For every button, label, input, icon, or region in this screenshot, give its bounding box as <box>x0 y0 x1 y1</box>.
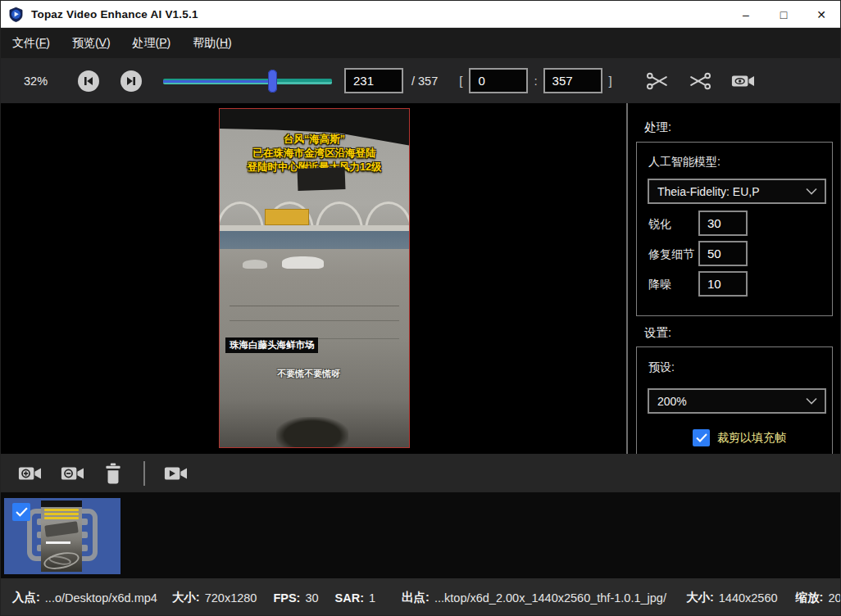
title-bar: Topaz Video Enhance AI V1.5.1 – □ ✕ <box>1 1 840 28</box>
split-scissors-icon <box>688 70 712 92</box>
scene-flooded-car-2 <box>243 260 267 269</box>
chevron-down-icon <box>806 188 817 195</box>
skip-back-button[interactable] <box>78 70 99 92</box>
ai-model-group: 人工智能模型: Theia-Fidelity: EU,P 锐化 修复细节 降噪 <box>636 142 833 316</box>
scene-water-streaks <box>230 306 400 306</box>
ai-model-dropdown[interactable]: Theia-Fidelity: EU,P <box>648 179 826 204</box>
status-sar: SAR: 1 <box>335 591 376 605</box>
crop-to-fill-row[interactable]: 裁剪以填充帧 <box>693 429 786 446</box>
ai-model-value: Theia-Fidelity: EU,P <box>657 185 806 198</box>
chevron-down-icon <box>806 397 817 405</box>
app-logo-icon <box>8 7 24 22</box>
status-fps: FPS: 30 <box>273 591 318 605</box>
process-clip-button[interactable] <box>163 463 189 484</box>
add-clip-camera-icon <box>17 463 43 484</box>
cut-scissors-icon <box>645 70 670 92</box>
video-preview[interactable]: 台风“海高斯” 已在珠海市金湾区沿海登陆 登陆时中心附近最大风力12级 珠海白藤… <box>219 108 410 448</box>
preview-button[interactable] <box>730 70 757 92</box>
settings-section-title: 设置: <box>644 325 671 341</box>
preset-value: 200% <box>657 395 806 408</box>
checkmark-icon <box>16 507 28 517</box>
add-clip-button[interactable] <box>17 463 43 484</box>
window-controls: – □ ✕ <box>727 1 840 28</box>
remove-clip-camera-icon <box>60 463 86 484</box>
trim-bracket-close: ] <box>609 74 612 88</box>
crop-to-fill-checkbox[interactable] <box>693 429 710 446</box>
zoom-level-label: 32% <box>24 75 57 88</box>
app-window: Topaz Video Enhance AI V1.5.1 – □ ✕ 文件(F… <box>0 0 841 616</box>
timeline-slider[interactable] <box>163 70 332 93</box>
status-in-point: 入点: ...o/Desktop/x6d.mp4 <box>12 590 157 605</box>
preview-camera-eye-icon <box>730 70 757 92</box>
thumbnail-strip <box>1 492 840 578</box>
menu-process[interactable]: 处理(P) <box>133 36 171 51</box>
minimize-button[interactable]: – <box>727 1 765 28</box>
total-frames-label: / 357 <box>411 75 438 88</box>
main-area: 台风“海高斯” 已在珠海市金湾区沿海登陆 登陆时中心附近最大风力12级 珠海白藤… <box>1 103 840 454</box>
status-out-point: 出点: ...ktop/x6d_2.00x_1440x2560_thf-1.0.… <box>402 590 666 605</box>
split-button[interactable] <box>688 70 712 92</box>
scene-wall <box>220 231 409 250</box>
scene-yellow-sign <box>265 209 308 226</box>
video-scene: 台风“海高斯” 已在珠海市金湾区沿海登陆 登陆时中心附近最大风力12级 珠海白藤… <box>220 109 409 447</box>
trim-colon: : <box>534 74 537 88</box>
skip-back-icon <box>83 75 94 87</box>
status-scale: 缩放: 200% <box>796 590 841 605</box>
checkmark-icon <box>696 433 707 442</box>
processing-section-title: 处理: <box>644 120 671 135</box>
trim-bracket-open: [ <box>459 74 462 88</box>
denoise-label: 降噪 <box>648 278 671 292</box>
close-button[interactable]: ✕ <box>802 1 840 28</box>
trim-end-input[interactable] <box>543 68 602 93</box>
ai-model-label: 人工智能模型: <box>648 155 721 170</box>
skip-forward-button[interactable] <box>120 70 142 92</box>
menu-file[interactable]: 文件(F) <box>12 36 50 51</box>
menu-bar: 文件(F) 预览(V) 处理(P) 帮助(H) <box>1 28 840 58</box>
menu-help[interactable]: 帮助(H) <box>193 36 231 51</box>
delete-clip-button[interactable] <box>102 462 124 485</box>
video-thumbnail-tile[interactable] <box>4 498 120 574</box>
timeline-handle[interactable] <box>268 70 277 93</box>
process-camera-play-icon <box>163 463 189 484</box>
clip-toolbar <box>1 454 840 492</box>
preset-group: 预设: 200% 裁剪以填充帧 <box>636 346 833 454</box>
thumbnail-video-image <box>41 500 82 572</box>
scene-flooded-car <box>282 256 324 269</box>
trash-icon <box>102 462 124 485</box>
sharpen-label: 锐化 <box>648 217 671 232</box>
timeline-progress <box>163 80 272 83</box>
video-caption-sub: 不要慌不要慌呀 <box>220 368 398 380</box>
status-output-size: 大小: 1440x2560 <box>686 590 778 605</box>
scene-hanging-object <box>297 167 345 191</box>
remove-clip-button[interactable] <box>60 463 86 484</box>
trim-start-input[interactable] <box>469 68 528 93</box>
clipbar-separator <box>143 461 145 486</box>
status-bar: 入点: ...o/Desktop/x6d.mp4 大小: 720x1280 FP… <box>1 578 840 616</box>
preset-label: 预设: <box>648 360 675 375</box>
restore-detail-label: 修复细节 <box>648 247 694 262</box>
cut-button[interactable] <box>645 70 670 92</box>
status-input-size: 大小: 720x1280 <box>172 590 257 605</box>
denoise-input[interactable] <box>698 271 748 297</box>
maximize-button[interactable]: □ <box>765 1 802 28</box>
restore-detail-input[interactable] <box>698 241 748 266</box>
window-title: Topaz Video Enhance AI V1.5.1 <box>31 8 198 20</box>
thumbnail-checkbox[interactable] <box>12 503 30 521</box>
menu-preview[interactable]: 预览(V) <box>72 36 111 51</box>
video-caption-tag: 珠海白藤头海鲜市场 <box>225 337 319 353</box>
playback-toolbar: 32% / 357 [ : ] <box>1 58 840 103</box>
sharpen-input[interactable] <box>698 211 748 236</box>
crop-to-fill-label: 裁剪以填充帧 <box>717 431 786 446</box>
skip-forward-icon <box>125 75 137 87</box>
settings-panel: 处理: 人工智能模型: Theia-Fidelity: EU,P 锐化 修复细节… <box>626 103 840 454</box>
current-frame-input[interactable] <box>344 68 403 93</box>
scene-dark-blob <box>276 417 348 448</box>
preset-dropdown[interactable]: 200% <box>648 388 826 414</box>
